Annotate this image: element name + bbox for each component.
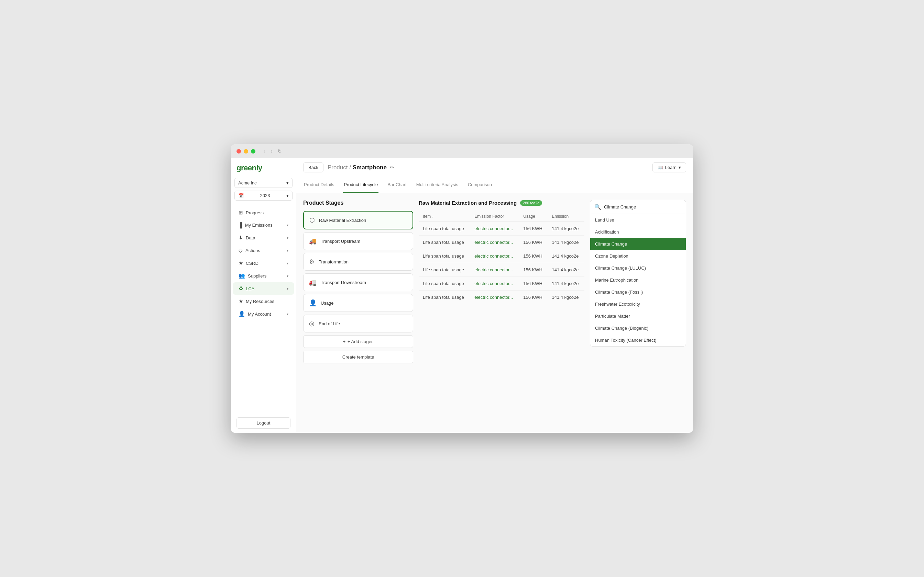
year-selector[interactable]: 📅 2023 ▾ xyxy=(234,191,292,201)
stage-label: Usage xyxy=(321,301,334,306)
cell-item: Life span total usage xyxy=(419,263,470,277)
tabs-bar: Product Details Product Lifecycle Bar Ch… xyxy=(296,177,693,193)
resource-icon: ★ xyxy=(239,298,243,304)
search-input[interactable] xyxy=(604,205,682,210)
sidebar-item-suppliers[interactable]: 👥 Suppliers ▾ xyxy=(233,269,294,282)
create-template-button[interactable]: Create template xyxy=(303,351,413,363)
maximize-button[interactable] xyxy=(251,149,255,153)
sort-icon[interactable]: ↓ xyxy=(432,214,434,218)
dropdown-item-land-use[interactable]: Land Use xyxy=(590,214,686,226)
sidebar-item-csrd[interactable]: ★ CSRD ▾ xyxy=(233,257,294,269)
add-stages-button[interactable]: + + Add stages xyxy=(303,335,413,348)
cell-emission-factor: electric connector... xyxy=(470,222,519,235)
stage-usage[interactable]: 👤 Usage xyxy=(303,294,413,312)
col-emission: Emission xyxy=(548,211,585,222)
stage-label: Transformation xyxy=(319,259,349,264)
app-window: ‹ › ↻ greenly Acme inc ▾ 📅 2023 ▾ ⊞ P xyxy=(231,144,693,433)
col-emission-factor: Emission Factor xyxy=(470,211,519,222)
tab-product-lifecycle[interactable]: Product Lifecycle xyxy=(343,177,378,193)
sidebar-item-lca[interactable]: ♻ LCA ▾ xyxy=(233,282,294,295)
topbar: Back Product / Smartphone ✏ 📖 Learn ▾ xyxy=(296,158,693,177)
hexagon-icon: ⬡ xyxy=(309,216,315,224)
stage-end-of-life[interactable]: ◎ End of Life xyxy=(303,314,413,332)
cell-emission: 141.4 kgco2e xyxy=(548,249,585,263)
stage-transport-downstream[interactable]: 🚛 Transport Downstream xyxy=(303,273,413,291)
sidebar-nav: ⊞ Progress ▐ My Emissions ▾ ⬇ Data xyxy=(231,205,296,413)
data-table: Item ↓ Emission Factor Usage Emission Li… xyxy=(419,211,585,304)
stage-transport-upstream[interactable]: 🚚 Transport Upstream xyxy=(303,232,413,250)
sidebar-item-label: LCA xyxy=(246,286,254,291)
sidebar-item-label: My Emissions xyxy=(245,222,273,228)
refresh-icon[interactable]: ↻ xyxy=(278,148,282,154)
sidebar-footer: Logout xyxy=(231,413,296,433)
col-usage: Usage xyxy=(519,211,548,222)
sidebar-item-data[interactable]: ⬇ Data ▾ xyxy=(233,232,294,244)
breadcrumb: Product / Smartphone ✏ xyxy=(328,164,394,171)
cell-usage: 156 KWH xyxy=(519,222,548,235)
dropdown-item-climate-change-fossil[interactable]: Climate Change (Fossil) xyxy=(590,286,686,298)
dropdown-item-human-toxicity[interactable]: Human Toxicity (Cancer Effect) xyxy=(590,334,686,346)
chevron-down-icon: ▾ xyxy=(286,193,289,198)
back-button[interactable]: Back xyxy=(303,163,323,172)
sidebar-item-label: Data xyxy=(246,235,255,240)
dropdown-item-climate-change-luluc[interactable]: Climate Change (LULUC) xyxy=(590,262,686,274)
chevron-down-icon: ▾ xyxy=(286,180,289,185)
chart-icon: ▐ xyxy=(239,222,242,228)
dropdown-search: 🔍 xyxy=(590,200,686,214)
edit-icon[interactable]: ✏ xyxy=(390,164,394,170)
cell-usage: 156 KWH xyxy=(519,235,548,249)
dropdown-item-marine-eutrophication[interactable]: Marine Eutrophication xyxy=(590,274,686,286)
minimize-button[interactable] xyxy=(244,149,248,153)
stage-raw-material[interactable]: ⬡ Raw Material Extraction xyxy=(303,211,413,229)
main-content: Back Product / Smartphone ✏ 📖 Learn ▾ Pr… xyxy=(296,158,693,433)
add-stages-label: + Add stages xyxy=(347,339,374,344)
dropdown-item-ozone-depletion[interactable]: Ozone Depletion xyxy=(590,250,686,262)
nav-buttons: ‹ › ↻ xyxy=(264,148,282,154)
tab-multi-criteria[interactable]: Multi-criteria Analysis xyxy=(415,177,459,193)
cell-emission: 141.4 kgco2e xyxy=(548,263,585,277)
logout-button[interactable]: Logout xyxy=(236,417,291,429)
gear-icon: ⚙ xyxy=(309,258,315,266)
back-nav-icon[interactable]: ‹ xyxy=(264,148,265,154)
cell-emission-factor: electric connector... xyxy=(470,263,519,277)
sidebar-item-label: Actions xyxy=(246,248,260,253)
dropdown-item-climate-change[interactable]: Climate Change xyxy=(590,238,686,250)
sidebar-item-my-resources[interactable]: ★ My Resources xyxy=(233,295,294,308)
sidebar-item-my-account[interactable]: 👤 My Account ▾ xyxy=(233,308,294,320)
titlebar: ‹ › ↻ xyxy=(231,144,693,158)
cell-emission-factor: electric connector... xyxy=(470,249,519,263)
grid-icon: ⊞ xyxy=(239,210,243,216)
tab-product-details[interactable]: Product Details xyxy=(303,177,335,193)
tab-comparison[interactable]: Comparison xyxy=(467,177,493,193)
dropdown-item-freshwater-ecotoxicity[interactable]: Freshwater Ecotoxicity xyxy=(590,298,686,310)
diamond-icon: ◇ xyxy=(239,247,243,253)
sidebar-item-my-emissions[interactable]: ▐ My Emissions ▾ xyxy=(233,219,294,231)
logo: greenly xyxy=(231,158,296,178)
chevron-icon: ▾ xyxy=(287,274,288,278)
center-title: Raw Material Extraction and Processing xyxy=(419,200,517,206)
breadcrumb-current: Smartphone xyxy=(353,164,387,171)
company-selector[interactable]: Acme inc ▾ xyxy=(234,178,292,188)
stage-transformation[interactable]: ⚙ Transformation xyxy=(303,253,413,271)
learn-button[interactable]: 📖 Learn ▾ xyxy=(653,163,686,172)
people-icon: 👥 xyxy=(239,273,245,279)
plus-icon: + xyxy=(343,339,346,344)
sidebar-item-label: My Account xyxy=(248,311,271,317)
dropdown-item-climate-change-biogenic[interactable]: Climate Change (Biogenic) xyxy=(590,322,686,334)
sidebar-item-progress[interactable]: ⊞ Progress xyxy=(233,206,294,219)
forward-nav-icon[interactable]: › xyxy=(271,148,273,154)
close-button[interactable] xyxy=(236,149,241,153)
emission-badge: 280 tco2e xyxy=(520,200,542,206)
sidebar-item-actions[interactable]: ◇ Actions ▾ xyxy=(233,244,294,256)
chevron-down-icon: ▾ xyxy=(678,165,681,170)
dropdown-item-particulate-matter[interactable]: Particulate Matter xyxy=(590,310,686,322)
chevron-icon: ▾ xyxy=(287,249,288,253)
company-name: Acme inc xyxy=(238,180,257,185)
app-body: greenly Acme inc ▾ 📅 2023 ▾ ⊞ Progress xyxy=(231,158,693,433)
cell-emission: 141.4 kgco2e xyxy=(548,290,585,304)
chevron-icon: ▾ xyxy=(287,287,288,290)
dropdown-item-acidification[interactable]: Acidification xyxy=(590,226,686,238)
tab-bar-chart[interactable]: Bar Chart xyxy=(387,177,407,193)
table-row: Life span total usage electric connector… xyxy=(419,263,585,277)
stage-label: Raw Material Extraction xyxy=(319,218,366,223)
